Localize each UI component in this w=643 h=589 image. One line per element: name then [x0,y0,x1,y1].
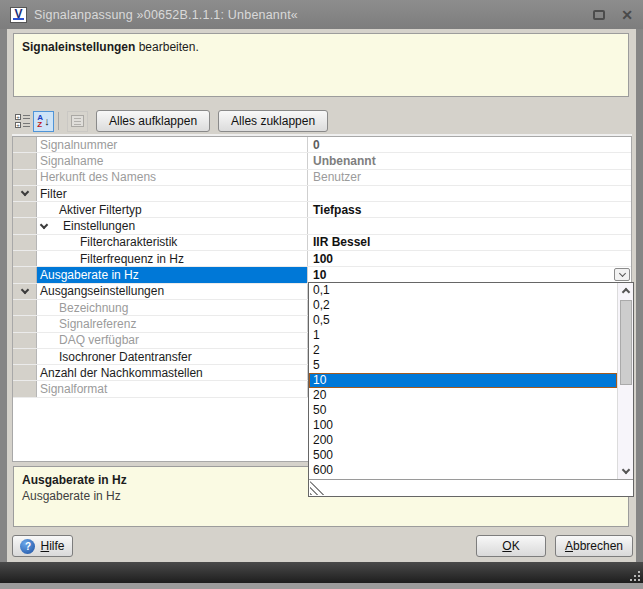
dropdown-item[interactable]: 600 [309,463,617,478]
row-gutter [13,300,37,315]
property-label: Herkunft des Namens [37,170,308,185]
info-banner-rest: bearbeiten. [135,40,198,54]
property-row[interactable]: Einstellungen [13,218,631,234]
property-value[interactable] [308,218,631,233]
close-icon[interactable]: ✕ [621,8,633,22]
scrollbar-thumb[interactable] [620,300,632,385]
property-value[interactable]: Benutzer [308,170,631,185]
property-label: Filter [37,186,308,201]
info-banner: Signaleinstellungen bearbeiten. [13,33,629,97]
window-title: Signalanpassung »00652B.1.1.1: Unbenannt… [34,8,298,22]
window-bottom-edge [0,583,643,589]
dropdown-item[interactable]: 500 [309,448,617,463]
dropdown-item[interactable]: 0,2 [309,298,617,313]
chevron-down-icon [618,270,625,277]
row-gutter [13,267,37,282]
property-label: Filterfrequenz in Hz [37,251,308,266]
property-value[interactable]: 100 [308,251,631,266]
scroll-down-icon[interactable] [618,464,634,479]
help-button[interactable]: ? Hilfe [12,535,73,557]
dropdown-item[interactable]: 1 [309,328,617,343]
window-resize-grip-icon[interactable] [627,568,640,581]
dropdown-item[interactable]: 0,1 [309,283,617,298]
dropdown-item[interactable]: 5 [309,358,617,373]
cancel-button[interactable]: Abbrechen [555,535,633,557]
property-value[interactable]: Tiefpass [308,202,631,217]
property-value[interactable]: 10 [308,267,631,282]
collapse-chevron-icon[interactable] [40,220,48,228]
scroll-up-icon[interactable] [618,283,634,298]
row-gutter [13,365,37,380]
property-row[interactable]: Herkunft des NamensBenutzer [13,170,631,186]
property-label: DAQ verfügbar [37,333,308,348]
property-row[interactable]: SignalnameUnbenannt [13,153,631,169]
collapse-all-button[interactable]: Alles zuklappen [218,110,328,132]
row-gutter [13,349,37,364]
row-gutter [13,235,37,250]
property-label: Ausgangseinstellungen [37,284,308,299]
row-gutter [13,153,37,168]
row-gutter [13,218,37,233]
property-label: Isochroner Datentransfer [37,349,308,364]
property-label: Signalnummer [37,137,308,152]
property-label: Aktiver Filtertyp [37,202,308,217]
property-row[interactable]: Signalnummer0 [13,137,631,153]
dropdown-item[interactable]: 50 [309,403,617,418]
title-bar[interactable]: V Signalanpassung »00652B.1.1.1: Unbenan… [0,0,643,29]
property-label: Signalname [37,153,308,168]
row-gutter [13,381,37,396]
row-gutter [13,284,37,299]
dropdown-item[interactable]: 2 [309,343,617,358]
dropdown-item[interactable]: 200 [309,433,617,448]
property-row[interactable]: Aktiver FiltertypTiefpass [13,202,631,218]
alphabetical-sort-icon[interactable]: AZ ↓ [33,111,54,132]
expand-all-button[interactable]: Alles aufklappen [96,110,210,132]
dropdown-item[interactable]: 0,5 [309,313,617,328]
dropdown-scrollbar[interactable] [617,283,633,479]
property-label: Signalreferenz [37,316,308,331]
property-label: Filtercharakteristik [37,235,308,250]
property-value[interactable]: 0 [308,137,631,152]
property-row[interactable]: Filterfrequenz in Hz100 [13,251,631,267]
row-gutter [13,186,37,201]
property-label: Einstellungen [37,218,308,233]
row-gutter [13,333,37,348]
property-row[interactable]: Filter [13,186,631,202]
property-label: Ausgaberate in Hz [37,267,308,282]
resize-grip-icon[interactable] [310,481,328,495]
row-gutter [13,137,37,152]
toolbar-separator [58,112,59,130]
property-value[interactable] [308,186,631,201]
property-label: Signalformat [37,381,308,396]
collapse-chevron-icon[interactable] [20,286,28,294]
property-pages-icon [67,111,88,132]
toolbar: + + AZ ↓ Alles aufklappen Alles zuklappe… [12,109,328,133]
dropdown-item[interactable]: 1000 [309,478,617,479]
app-icon: V [10,7,27,23]
property-value[interactable]: Unbenannt [308,153,631,168]
dropdown-items: 0,10,20,51251020501002005006001000 [309,283,617,479]
dropdown-resize-strip[interactable] [309,480,633,496]
combo-dropdown-button[interactable] [614,268,630,281]
property-row[interactable]: FiltercharakteristikIIR Bessel [13,235,631,251]
status-bar [0,562,643,583]
property-value[interactable]: IIR Bessel [308,235,631,250]
row-gutter [13,170,37,185]
collapse-chevron-icon[interactable] [20,188,28,196]
dropdown-item[interactable]: 10 [309,373,617,388]
dropdown-item[interactable]: 100 [309,418,617,433]
categorized-view-icon[interactable]: + + [12,111,33,132]
row-gutter [13,316,37,331]
property-label: Anzahl der Nachkommastellen [37,365,308,380]
signal-adjustment-dialog: V Signalanpassung »00652B.1.1.1: Unbenan… [0,0,643,589]
dropdown-item[interactable]: 20 [309,388,617,403]
row-gutter [13,251,37,266]
rate-dropdown-list: 0,10,20,51251020501002005006001000 [308,282,634,497]
info-banner-bold: Signaleinstellungen [22,40,135,54]
ok-button[interactable]: OK [476,535,546,557]
maximize-icon[interactable] [593,10,605,20]
help-icon: ? [20,539,35,554]
property-label: Bezeichnung [37,300,308,315]
row-gutter [13,202,37,217]
